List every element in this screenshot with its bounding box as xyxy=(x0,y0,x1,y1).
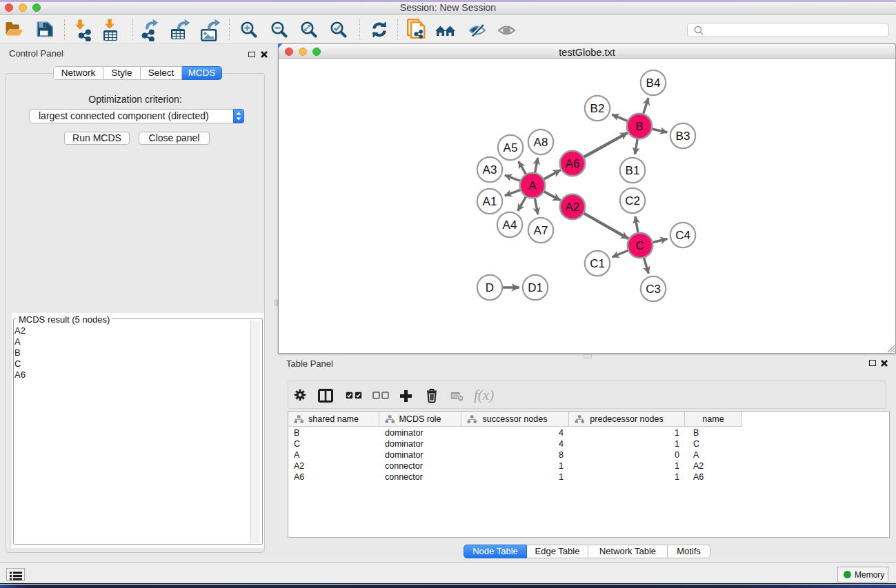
svg-text:B1: B1 xyxy=(626,164,640,177)
svg-text:A4: A4 xyxy=(503,219,517,232)
svg-text:C: C xyxy=(636,239,644,252)
svg-text:B: B xyxy=(635,120,643,133)
svg-text:C1: C1 xyxy=(590,257,605,270)
svg-text:A5: A5 xyxy=(504,141,518,154)
svg-text:C3: C3 xyxy=(646,283,661,296)
svg-text:B4: B4 xyxy=(646,77,661,90)
svg-text:A1: A1 xyxy=(483,195,497,208)
svg-text:A3: A3 xyxy=(483,163,497,176)
svg-text:A8: A8 xyxy=(534,136,548,149)
svg-text:D1: D1 xyxy=(528,281,543,294)
svg-text:A6: A6 xyxy=(566,157,580,170)
svg-text:B2: B2 xyxy=(590,102,605,115)
svg-text:A: A xyxy=(528,179,537,192)
svg-text:A7: A7 xyxy=(534,224,548,237)
svg-text:A2: A2 xyxy=(566,201,580,214)
svg-text:D: D xyxy=(486,281,494,294)
svg-text:C4: C4 xyxy=(675,229,690,242)
svg-text:C2: C2 xyxy=(625,194,640,207)
svg-text:B3: B3 xyxy=(676,130,690,143)
